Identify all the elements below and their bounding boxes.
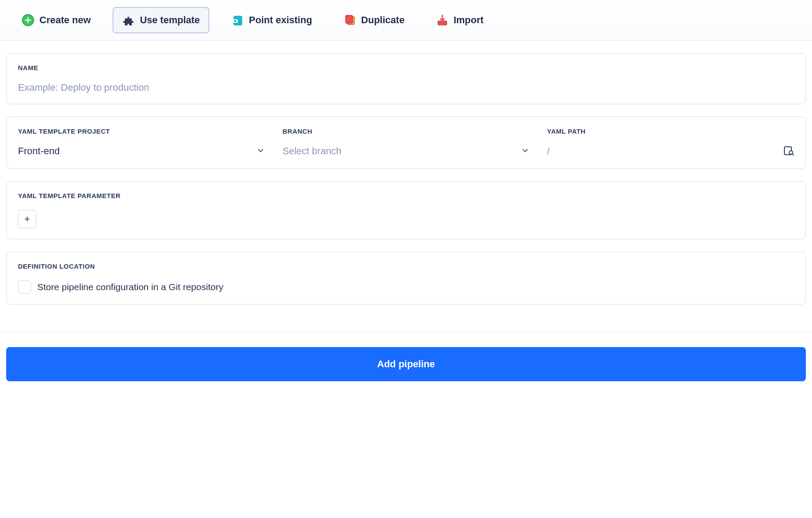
tab-use-template[interactable]: Use template <box>113 7 209 33</box>
tab-bar: Create new Use template Point existing D… <box>0 0 812 41</box>
tab-label: Create new <box>39 14 91 26</box>
submit-section: Add pipeline <box>0 332 812 390</box>
name-input[interactable] <box>18 82 794 93</box>
tab-label: Import <box>454 14 484 26</box>
tab-label: Duplicate <box>361 14 405 26</box>
add-parameter-button[interactable]: + <box>18 210 36 228</box>
plus-circle-icon <box>22 14 34 26</box>
tab-label: Point existing <box>249 14 312 26</box>
svg-rect-6 <box>346 15 353 23</box>
tab-import[interactable]: Import <box>427 7 493 33</box>
tab-label: Use template <box>140 14 200 26</box>
yaml-parameter-card: YAML TEMPLATE PARAMETER + <box>6 181 806 239</box>
branch-label: BRANCH <box>282 128 530 135</box>
yaml-path-input[interactable]: / <box>547 146 550 157</box>
store-in-git-label: Store pipeline configuration in a Git re… <box>37 282 223 292</box>
tab-duplicate[interactable]: Duplicate <box>334 7 414 33</box>
yaml-project-select[interactable]: Front-end <box>18 145 265 157</box>
yaml-project-label: YAML TEMPLATE PROJECT <box>18 128 265 135</box>
tab-point-existing[interactable]: Point existing <box>222 7 321 33</box>
branch-select[interactable]: Select branch <box>282 145 530 157</box>
browse-file-icon[interactable] <box>784 145 794 158</box>
yaml-param-label: YAML TEMPLATE PARAMETER <box>18 192 794 199</box>
tab-create-new[interactable]: Create new <box>12 7 100 33</box>
arrow-file-icon <box>231 14 244 26</box>
branch-placeholder: Select branch <box>282 145 342 157</box>
chevron-down-icon <box>256 146 265 156</box>
svg-rect-7 <box>438 21 447 25</box>
yaml-project-value: Front-end <box>18 145 60 157</box>
store-in-git-checkbox[interactable] <box>18 280 31 294</box>
plus-icon: + <box>25 213 30 225</box>
definition-location-card: DEFINITION LOCATION Store pipeline confi… <box>6 252 806 305</box>
definition-location-label: DEFINITION LOCATION <box>18 263 794 270</box>
duplicate-icon <box>344 14 356 26</box>
form-content: NAME YAML TEMPLATE PROJECT Front-end BRA… <box>0 41 812 326</box>
name-card: NAME <box>6 53 806 104</box>
import-icon <box>436 14 448 26</box>
add-pipeline-button[interactable]: Add pipeline <box>6 347 806 381</box>
puzzle-icon <box>122 14 134 26</box>
chevron-down-icon <box>521 146 530 156</box>
yaml-path-label: YAML PATH <box>547 128 794 135</box>
svg-line-10 <box>792 154 794 155</box>
name-label: NAME <box>18 64 794 71</box>
yaml-config-card: YAML TEMPLATE PROJECT Front-end BRANCH S… <box>6 117 806 169</box>
